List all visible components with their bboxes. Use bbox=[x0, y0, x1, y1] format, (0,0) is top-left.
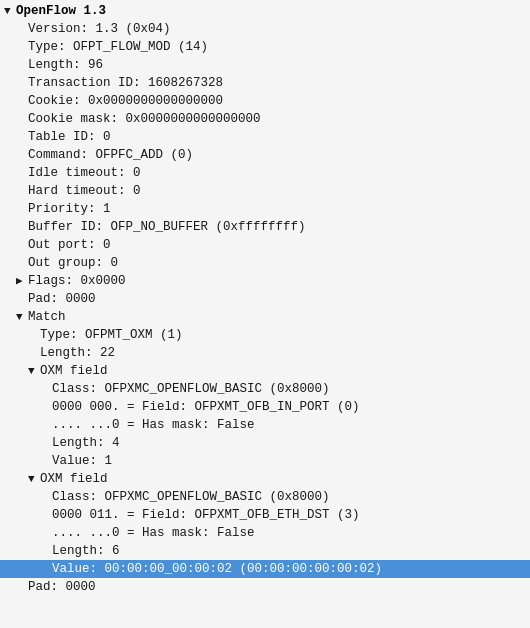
text-oxm1-length: Length: 4 bbox=[52, 434, 120, 452]
tree-line-oxm1-value[interactable]: Value: 1 bbox=[0, 452, 530, 470]
toggle-match[interactable]: ▼ bbox=[16, 308, 26, 326]
tree-line-buffer-id[interactable]: Buffer ID: OFP_NO_BUFFER (0xffffffff) bbox=[0, 218, 530, 236]
text-cookie-mask: Cookie mask: 0x0000000000000000 bbox=[28, 110, 261, 128]
tree-line-version[interactable]: Version: 1.3 (0x04) bbox=[0, 20, 530, 38]
text-out-port: Out port: 0 bbox=[28, 236, 111, 254]
tree-line-oxm1-mask[interactable]: .... ...0 = Has mask: False bbox=[0, 416, 530, 434]
text-oxm2-class: Class: OFPXMC_OPENFLOW_BASIC (0x8000) bbox=[52, 488, 330, 506]
text-match: Match bbox=[28, 308, 66, 326]
tree-line-match-length[interactable]: Length: 22 bbox=[0, 344, 530, 362]
packet-tree[interactable]: ▼OpenFlow 1.3Version: 1.3 (0x04)Type: OF… bbox=[0, 0, 530, 628]
tree-line-idle-timeout[interactable]: Idle timeout: 0 bbox=[0, 164, 530, 182]
text-version: Version: 1.3 (0x04) bbox=[28, 20, 171, 38]
tree-line-table-id[interactable]: Table ID: 0 bbox=[0, 128, 530, 146]
text-root: OpenFlow 1.3 bbox=[16, 2, 106, 20]
tree-line-oxm2-value[interactable]: Value: 00:00:00_00:00:02 (00:00:00:00:00… bbox=[0, 560, 530, 578]
text-flags: Flags: 0x0000 bbox=[28, 272, 126, 290]
text-hard-timeout: Hard timeout: 0 bbox=[28, 182, 141, 200]
tree-line-oxm-field-1[interactable]: ▼OXM field bbox=[0, 362, 530, 380]
text-oxm-field-2: OXM field bbox=[40, 470, 108, 488]
text-command: Command: OFPFC_ADD (0) bbox=[28, 146, 193, 164]
text-length: Length: 96 bbox=[28, 56, 103, 74]
toggle-oxm-field-1[interactable]: ▼ bbox=[28, 362, 38, 380]
tree-line-root[interactable]: ▼OpenFlow 1.3 bbox=[0, 2, 530, 20]
text-priority: Priority: 1 bbox=[28, 200, 111, 218]
tree-line-hard-timeout[interactable]: Hard timeout: 0 bbox=[0, 182, 530, 200]
tree-line-oxm1-class[interactable]: Class: OFPXMC_OPENFLOW_BASIC (0x8000) bbox=[0, 380, 530, 398]
tree-line-pad2[interactable]: Pad: 0000 bbox=[0, 578, 530, 596]
tree-line-out-port[interactable]: Out port: 0 bbox=[0, 236, 530, 254]
text-type: Type: OFPT_FLOW_MOD (14) bbox=[28, 38, 208, 56]
text-oxm-field-1: OXM field bbox=[40, 362, 108, 380]
text-oxm1-mask: .... ...0 = Has mask: False bbox=[52, 416, 255, 434]
tree-line-length[interactable]: Length: 96 bbox=[0, 56, 530, 74]
text-match-length: Length: 22 bbox=[40, 344, 115, 362]
text-oxm2-value: Value: 00:00:00_00:00:02 (00:00:00:00:00… bbox=[52, 560, 382, 578]
text-pad: Pad: 0000 bbox=[28, 290, 96, 308]
toggle-flags[interactable]: ▶ bbox=[16, 272, 26, 290]
text-oxm2-length: Length: 6 bbox=[52, 542, 120, 560]
toggle-root[interactable]: ▼ bbox=[4, 2, 14, 20]
text-oxm2-mask: .... ...0 = Has mask: False bbox=[52, 524, 255, 542]
tree-line-flags[interactable]: ▶Flags: 0x0000 bbox=[0, 272, 530, 290]
tree-line-oxm2-mask[interactable]: .... ...0 = Has mask: False bbox=[0, 524, 530, 542]
text-match-type: Type: OFPMT_OXM (1) bbox=[40, 326, 183, 344]
tree-line-cookie-mask[interactable]: Cookie mask: 0x0000000000000000 bbox=[0, 110, 530, 128]
tree-line-out-group[interactable]: Out group: 0 bbox=[0, 254, 530, 272]
text-buffer-id: Buffer ID: OFP_NO_BUFFER (0xffffffff) bbox=[28, 218, 306, 236]
tree-line-pad[interactable]: Pad: 0000 bbox=[0, 290, 530, 308]
tree-line-oxm1-length[interactable]: Length: 4 bbox=[0, 434, 530, 452]
tree-line-match-type[interactable]: Type: OFPMT_OXM (1) bbox=[0, 326, 530, 344]
tree-line-oxm2-class[interactable]: Class: OFPXMC_OPENFLOW_BASIC (0x8000) bbox=[0, 488, 530, 506]
tree-line-transaction-id[interactable]: Transaction ID: 1608267328 bbox=[0, 74, 530, 92]
text-oxm1-value: Value: 1 bbox=[52, 452, 112, 470]
text-cookie: Cookie: 0x0000000000000000 bbox=[28, 92, 223, 110]
tree-line-match[interactable]: ▼Match bbox=[0, 308, 530, 326]
text-out-group: Out group: 0 bbox=[28, 254, 118, 272]
tree-line-oxm2-field[interactable]: 0000 011. = Field: OFPXMT_OFB_ETH_DST (3… bbox=[0, 506, 530, 524]
tree-line-oxm-field-2[interactable]: ▼OXM field bbox=[0, 470, 530, 488]
tree-line-oxm2-length[interactable]: Length: 6 bbox=[0, 542, 530, 560]
tree-line-command[interactable]: Command: OFPFC_ADD (0) bbox=[0, 146, 530, 164]
text-oxm1-class: Class: OFPXMC_OPENFLOW_BASIC (0x8000) bbox=[52, 380, 330, 398]
text-pad2: Pad: 0000 bbox=[28, 578, 96, 596]
tree-line-cookie[interactable]: Cookie: 0x0000000000000000 bbox=[0, 92, 530, 110]
tree-line-oxm1-field[interactable]: 0000 000. = Field: OFPXMT_OFB_IN_PORT (0… bbox=[0, 398, 530, 416]
text-transaction-id: Transaction ID: 1608267328 bbox=[28, 74, 223, 92]
tree-line-priority[interactable]: Priority: 1 bbox=[0, 200, 530, 218]
text-table-id: Table ID: 0 bbox=[28, 128, 111, 146]
text-oxm2-field: 0000 011. = Field: OFPXMT_OFB_ETH_DST (3… bbox=[52, 506, 360, 524]
toggle-oxm-field-2[interactable]: ▼ bbox=[28, 470, 38, 488]
text-idle-timeout: Idle timeout: 0 bbox=[28, 164, 141, 182]
tree-line-type[interactable]: Type: OFPT_FLOW_MOD (14) bbox=[0, 38, 530, 56]
text-oxm1-field: 0000 000. = Field: OFPXMT_OFB_IN_PORT (0… bbox=[52, 398, 360, 416]
